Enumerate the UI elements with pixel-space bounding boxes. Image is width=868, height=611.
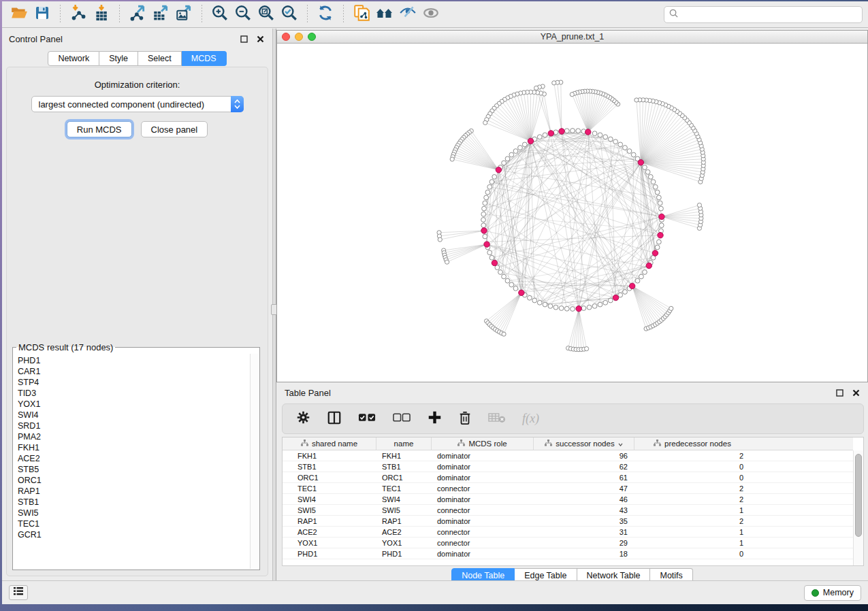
tab-network[interactable]: Network [48, 51, 99, 66]
delete-table-button[interactable] [488, 412, 506, 426]
ring-node[interactable] [608, 137, 613, 142]
ring-node[interactable] [564, 129, 569, 133]
mcds-result-item[interactable]: RAP1 [18, 486, 250, 497]
ring-node[interactable] [537, 135, 542, 139]
zoom-out-button[interactable] [231, 4, 255, 24]
mcds-result-item[interactable]: ACE2 [18, 453, 250, 464]
close-panel-button[interactable]: Close panel [141, 121, 208, 137]
mcds-hub-node[interactable] [652, 250, 658, 256]
leaf-node[interactable] [697, 203, 701, 207]
ring-node[interactable] [608, 298, 613, 303]
ring-node[interactable] [553, 130, 558, 135]
zoom-in-button[interactable] [208, 4, 231, 24]
ring-node[interactable] [489, 255, 494, 260]
column-header-shared-name[interactable]: shared name [283, 437, 376, 450]
search-input[interactable] [679, 10, 858, 19]
table-scrollbar-thumb[interactable] [855, 454, 862, 537]
select-all-button[interactable] [358, 413, 376, 425]
ring-node[interactable] [656, 240, 661, 244]
export-table-button[interactable] [149, 4, 172, 24]
tab-select[interactable]: Select [138, 51, 182, 66]
export-network-button[interactable] [126, 4, 149, 24]
table-row[interactable]: TEC1TEC1connector472 [283, 483, 853, 494]
ring-node[interactable] [592, 303, 597, 308]
ring-node[interactable] [651, 180, 656, 184]
mcds-hub-node[interactable] [481, 228, 487, 233]
ring-node[interactable] [645, 169, 650, 174]
table-settings-button[interactable] [296, 410, 310, 427]
ring-node[interactable] [518, 146, 523, 150]
ring-node[interactable] [581, 306, 586, 311]
save-button[interactable] [31, 4, 54, 24]
table-row[interactable]: STB1STB1dominator620 [283, 461, 853, 472]
mcds-result-item[interactable]: FKH1 [18, 442, 250, 453]
mcds-hub-node[interactable] [585, 129, 591, 135]
ring-node[interactable] [483, 201, 487, 205]
ring-node[interactable] [659, 223, 664, 228]
leaf-node[interactable] [570, 93, 574, 97]
ring-node[interactable] [537, 300, 542, 305]
float-table-panel-button[interactable] [834, 388, 845, 397]
ring-node[interactable] [487, 184, 492, 189]
houses-button[interactable] [373, 4, 396, 24]
mcds-hub-node[interactable] [638, 160, 643, 165]
ring-node[interactable] [618, 142, 623, 147]
import-table-button[interactable] [90, 4, 113, 24]
table-scrollbar[interactable] [853, 450, 863, 565]
ring-node[interactable] [603, 135, 608, 139]
mcds-result-item[interactable]: TID3 [18, 388, 250, 399]
ring-node[interactable] [527, 295, 532, 300]
leaf-node[interactable] [502, 332, 506, 336]
function-builder-button[interactable]: f(x) [522, 412, 539, 426]
run-mcds-button[interactable]: Run MCDS [67, 121, 132, 137]
mcds-hub-node[interactable] [613, 295, 618, 300]
ring-node[interactable] [587, 305, 592, 310]
ring-node[interactable] [502, 161, 507, 165]
ring-node[interactable] [659, 206, 664, 211]
ring-node[interactable] [481, 212, 486, 216]
mcds-hub-node[interactable] [492, 260, 497, 265]
ring-node[interactable] [487, 250, 492, 255]
mcds-result-item[interactable]: PHD1 [18, 355, 250, 366]
float-panel-button[interactable] [238, 34, 249, 44]
export-image-button[interactable] [172, 4, 195, 24]
ring-node[interactable] [553, 305, 558, 310]
import-network-button[interactable] [67, 4, 90, 24]
ring-node[interactable] [564, 306, 569, 311]
mcds-result-item[interactable]: TEC1 [18, 518, 250, 529]
column-header-name[interactable]: name [376, 437, 432, 450]
table-row[interactable]: YOX1YOX1connector291 [283, 538, 853, 548]
ring-node[interactable] [481, 218, 486, 222]
ring-node[interactable] [655, 245, 660, 250]
ring-node[interactable] [502, 274, 507, 279]
ring-node[interactable] [627, 149, 632, 154]
ring-node[interactable] [522, 142, 527, 147]
leaf-node[interactable] [438, 237, 442, 242]
criterion-dropdown[interactable]: largest connected component (undirected) [31, 96, 244, 112]
table-row[interactable]: ACE2ACE2connector311 [283, 527, 853, 538]
show-all-button[interactable] [419, 4, 443, 24]
zoom-fit-button[interactable] [255, 4, 278, 24]
ring-node[interactable] [603, 300, 608, 305]
leaf-node[interactable] [450, 157, 454, 161]
column-header-successor-nodes[interactable]: successor nodes [534, 437, 634, 450]
hide-selected-button[interactable] [396, 4, 419, 24]
ring-node[interactable] [656, 195, 661, 200]
table-row[interactable]: PHD1PHD1dominator180 [283, 548, 853, 559]
table-row[interactable]: SWI4SWI4dominator462 [283, 494, 853, 505]
ring-node[interactable] [481, 223, 486, 228]
mcds-result-list[interactable]: PHD1CAR1STP4TID3YOX1SWI4SRD1PMA2FKH1ACE2… [14, 354, 250, 569]
network-window-titlebar[interactable]: YPA_prune.txt_1 [277, 31, 867, 44]
table-row[interactable]: SWI5SWI5connector431 [283, 505, 853, 516]
mcds-hub-node[interactable] [629, 283, 634, 288]
leaf-node[interactable] [584, 346, 588, 350]
table-row[interactable]: RAP1RAP1dominator352 [283, 516, 853, 527]
clone-network-button[interactable] [350, 4, 373, 24]
ring-node[interactable] [505, 156, 510, 161]
leaf-node[interactable] [534, 86, 539, 90]
mcds-hub-node[interactable] [658, 233, 663, 238]
ring-node[interactable] [543, 133, 547, 137]
network-graph[interactable] [277, 44, 867, 382]
open-file-button[interactable] [7, 4, 31, 24]
ring-node[interactable] [513, 286, 518, 291]
